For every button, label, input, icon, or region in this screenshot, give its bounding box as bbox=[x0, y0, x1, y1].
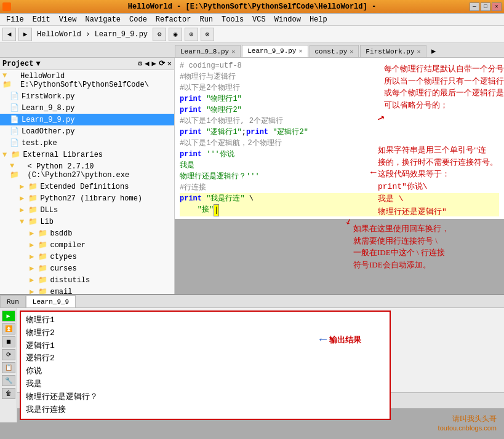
tree-item-label: Learn_9_9.py bbox=[22, 116, 74, 124]
bottom-tabs: Run Learn_9_9 bbox=[0, 295, 504, 308]
tree-item-label: Learn_9_8.py bbox=[22, 104, 74, 113]
code-text: #以下是1个逻辑航，2个物理行 bbox=[180, 138, 282, 149]
sidebar-item-DLLs[interactable]: ▶ 📁 DLLs bbox=[0, 204, 174, 216]
folder-icon: ▶ 📁 bbox=[30, 287, 47, 294]
sidebar-item-curses[interactable]: ▶ 📁 curses bbox=[0, 263, 174, 274]
code-area[interactable]: # coding=utf-8 #物理行与逻辑行 #以下是2个物理行 print … bbox=[175, 58, 504, 219]
tab-close-icon[interactable]: ✕ bbox=[350, 48, 353, 55]
learn-tab-label: Learn_9_9 bbox=[33, 298, 69, 306]
run-tab[interactable]: Run bbox=[0, 295, 26, 307]
tree-item-label: HelloWorld E:\PythonSoft\PythonSelfCode\ bbox=[20, 72, 172, 89]
run-btn-7[interactable]: 🗑 bbox=[2, 388, 15, 399]
toolbar-btn-2[interactable]: ▶ bbox=[18, 28, 32, 41]
menu-item-help[interactable]: Help bbox=[306, 14, 331, 25]
output-label-text: 输出结果 bbox=[329, 334, 361, 346]
menu-item-window[interactable]: Window bbox=[271, 14, 305, 25]
sidebar-item-email[interactable]: ▶ 📁 email bbox=[0, 286, 174, 294]
run-btn-3[interactable]: ⏹ bbox=[2, 336, 15, 347]
maximize-button[interactable]: □ bbox=[481, 2, 490, 11]
learn-tab[interactable]: Learn_9_9 bbox=[26, 295, 76, 307]
sidebar-item-compiler[interactable]: ▶ 📁 compiler bbox=[0, 239, 174, 251]
toolbar-btn-5[interactable]: ⊕ bbox=[185, 28, 198, 41]
sidebar-nav-forward[interactable]: ▶ bbox=[152, 59, 156, 68]
tab-Learn_9_9-py[interactable]: Learn_9_9.py✕ bbox=[242, 45, 308, 57]
title-text: HelloWorld - [E:\PythonSoft\PythonSelfCo… bbox=[128, 2, 376, 11]
tab-close-icon[interactable]: ✕ bbox=[231, 48, 235, 55]
toolbar: ◀ ▶ HelloWorld › Learn_9_9.py ⚙ ◉ ⊕ ⊗ bbox=[0, 26, 504, 43]
menu-item-view[interactable]: View bbox=[55, 14, 81, 25]
run-btn-4[interactable]: ⟳ bbox=[2, 349, 15, 360]
tree-item-label: distutils bbox=[50, 276, 90, 285]
toolbar-btn-3[interactable]: ⚙ bbox=[153, 28, 166, 41]
toolbar-btn-1[interactable]: ◀ bbox=[2, 28, 16, 41]
minimize-button[interactable]: ─ bbox=[470, 2, 479, 11]
keyword: print bbox=[180, 93, 206, 105]
output-arrow-icon: ← bbox=[319, 333, 327, 347]
output-line: 我是行连接 bbox=[26, 404, 385, 417]
toolbar-btn-6[interactable]: ⊗ bbox=[201, 28, 214, 41]
tab-const-py[interactable]: const.py✕ bbox=[310, 45, 359, 57]
sidebar-item---Python-2-7-10--C--[interactable]: ▼ 📁 < Python 2.7.10 (C:\Python27\python.… bbox=[0, 160, 174, 181]
breadcrumb-file: Learn_9_9.py bbox=[95, 30, 148, 39]
menu-item-refactor[interactable]: Refactor bbox=[152, 14, 195, 25]
tree-item-label: Extended Definitions bbox=[40, 183, 129, 191]
menu-item-navigate[interactable]: Navigate bbox=[81, 14, 124, 25]
sidebar-item-distutils[interactable]: ▶ 📁 distutils bbox=[0, 274, 174, 286]
tab-FirstWork-py[interactable]: FirstWork.py✕ bbox=[360, 45, 426, 57]
menu-item-tools[interactable]: Tools bbox=[218, 14, 247, 25]
sidebar-gear-icon[interactable]: ⚙ bbox=[138, 59, 142, 68]
sidebar-item-FirstWork-py[interactable]: 📄 FirstWork.py bbox=[0, 90, 174, 102]
breadcrumb: HelloWorld › Learn_9_9.py bbox=[34, 30, 150, 39]
sidebar-item-ctypes[interactable]: ▶ 📁 ctypes bbox=[0, 251, 174, 263]
output-line: 逻辑行2 bbox=[26, 352, 385, 365]
toolbar-btn-4[interactable]: ◉ bbox=[169, 28, 182, 41]
output-area: 物理行1物理行2逻辑行1逻辑行2你说我是物理行还是逻辑行？我是行连接 bbox=[20, 310, 391, 420]
run-btn-5[interactable]: 📋 bbox=[2, 362, 15, 373]
code-text: #行连接 bbox=[180, 182, 206, 193]
sidebar-item-HelloWorld-E--Python[interactable]: ▼ 📁 HelloWorld E:\PythonSoft\PythonSelfC… bbox=[0, 70, 174, 90]
run-btn-6[interactable]: 🔧 bbox=[2, 375, 15, 386]
string: "物理行1" bbox=[206, 93, 242, 105]
tree-item-label: FirstWork.py bbox=[22, 92, 74, 101]
folder-icon: ▶ 📁 bbox=[20, 182, 38, 191]
menu-item-run[interactable]: Run bbox=[196, 14, 217, 25]
code-line: print "逻辑行1";print "逻辑行2" bbox=[180, 127, 499, 138]
annotation-bottom: 如果在这里使用回车换行，就需要使用行连接符号 \一般在IDE中这个 \ 行连接符… bbox=[353, 223, 504, 271]
tree-item-label: curses bbox=[50, 264, 76, 273]
sidebar-dropdown-icon[interactable]: ▼ bbox=[36, 60, 40, 68]
sidebar-item-Python27--library-ho[interactable]: ▶ 📁 Python27 (library home) bbox=[0, 192, 174, 204]
tab-label: FirstWork.py bbox=[366, 48, 414, 55]
sidebar-nav-back[interactable]: ◀ bbox=[145, 59, 149, 68]
project-label: Project bbox=[2, 60, 33, 68]
run-stop-button[interactable]: ⏫ bbox=[2, 323, 15, 334]
folder-icon: ▶ 📁 bbox=[30, 275, 47, 285]
sidebar-item-Extended-Definitions[interactable]: ▶ 📁 Extended Definitions bbox=[0, 181, 174, 192]
sidebar-item-test-pke[interactable]: 📄 test.pke bbox=[0, 137, 174, 149]
close-button[interactable]: ✕ bbox=[492, 2, 502, 11]
sidebar-item-Learn-9-8-py[interactable]: 📄 Learn_9_8.py bbox=[0, 102, 174, 114]
run-play-button[interactable]: ▶ bbox=[2, 310, 15, 322]
folder-icon: ▼ 📁 bbox=[20, 217, 38, 226]
string: "逻辑行1" bbox=[206, 127, 242, 138]
tab-close-icon[interactable]: ✕ bbox=[298, 47, 302, 55]
tab-Learn_9_8-py[interactable]: Learn_9_8.py✕ bbox=[175, 45, 241, 57]
tab-scroll-right[interactable]: ▶ bbox=[428, 45, 440, 57]
sidebar-item-Lib[interactable]: ▼ 📁 Lib bbox=[0, 216, 174, 227]
cursor: | bbox=[214, 204, 219, 216]
menu-item-file[interactable]: File bbox=[2, 14, 28, 25]
sidebar-header: Project ▼ ⚙ ◀ ▶ ⟳ ✕ bbox=[0, 58, 174, 70]
sidebar-item-Learn-9-9-py[interactable]: 📄 Learn_9_9.py bbox=[0, 114, 174, 125]
folder-icon: ▶ 📁 bbox=[30, 264, 47, 273]
sidebar-item-LoadOther-py[interactable]: 📄 LoadOther.py bbox=[0, 125, 174, 137]
folder-icon: ▶ 📁 bbox=[20, 194, 38, 203]
sidebar-nav-refresh[interactable]: ⟳ bbox=[159, 59, 165, 68]
tab-close-icon[interactable]: ✕ bbox=[417, 48, 421, 55]
code-editor-area: # coding=utf-8 #物理行与逻辑行 #以下是2个物理行 print … bbox=[175, 58, 504, 294]
code-line: #以下是2个物理行 bbox=[180, 82, 499, 93]
sidebar-item-External-Libraries[interactable]: ▼ 📁 External Libraries bbox=[0, 149, 174, 160]
menu-item-edit[interactable]: Edit bbox=[29, 14, 54, 25]
menu-item-code[interactable]: Code bbox=[126, 14, 151, 25]
menu-item-vcs[interactable]: VCS bbox=[249, 14, 270, 25]
sidebar-close[interactable]: ✕ bbox=[167, 59, 172, 68]
sidebar-item-bsddb[interactable]: ▶ 📁 bsddb bbox=[0, 227, 174, 239]
